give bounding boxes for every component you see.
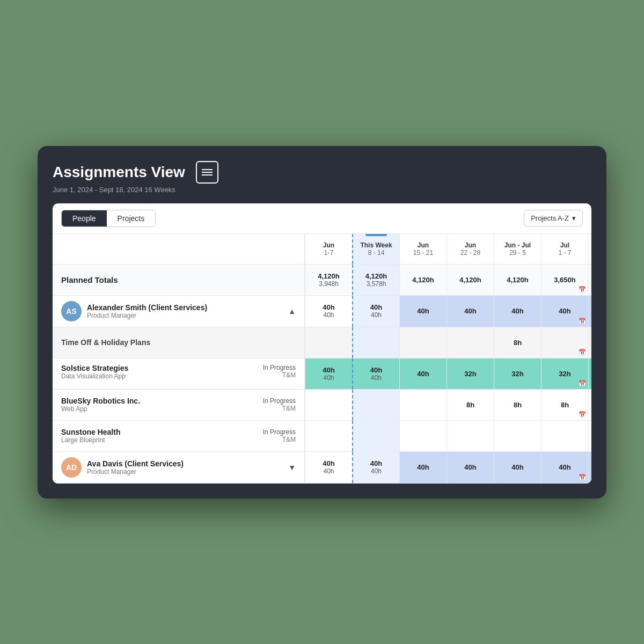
time-off-cell-6: 📅 [541,327,588,358]
ava-text: Ava Davis (Client Services) Product Mana… [87,459,184,475]
bluesky-status: In Progress T&M [263,397,296,412]
bluesky-row: BlueSky Robotics Inc. Web App In Progres… [53,390,591,421]
calendar-icon-sol-6: 📅 [579,380,586,387]
sunstone-info: Sunstone Health Large Blueprint [61,428,120,444]
ava-cell-6: 40h 📅 [541,452,588,483]
planned-totals-label: Planned Totals [61,275,118,284]
ava-cell-1: 40h 40h [305,452,352,483]
avatar-alexander: AS [61,301,82,321]
planned-totals-cell-4: 4,120h [447,265,494,295]
sunstone-status: In Progress T&M [263,428,296,443]
sunstone-name: Sunstone Health [61,428,120,436]
ava-cell-2: 40h 40h [352,452,399,483]
bluesky-sub: Web App [61,405,140,413]
ava-role: Product Manager [87,468,184,475]
planned-totals-left: Planned Totals [53,265,305,295]
bluesky-cell-2 [352,390,399,420]
planned-totals-cell-2: 4,120h 3,578h [352,265,399,295]
sort-button[interactable]: Projects A-Z ▾ [524,210,583,226]
bluesky-cell-5: 8h [494,390,541,420]
alexander-cell-7: 40h [588,296,591,327]
time-off-cell-5: 8h [494,327,541,358]
page-title: Assignments View [53,164,185,181]
solstice-cell-1: 40h 40h [305,358,352,389]
alexander-cell-6: 40h 📅 [541,296,588,327]
bluesky-cell-3 [399,390,447,420]
sunstone-cell-2 [352,421,399,451]
ava-cell-3: 40h [399,452,447,483]
bluesky-cell-7: 8h [588,390,591,420]
planned-totals-row: Planned Totals 4,120h 3,948h 4,120h 3,57… [53,265,591,296]
solstice-name: Solstice Strategies [61,364,128,372]
alexander-left: AS Alexander Smith (Client Services) Pro… [53,296,305,327]
avatar-ava: AD [61,457,82,478]
time-off-cell-2 [352,327,399,358]
grid: Jun 1-7 This Week 8 - 14 Jun 15 - 21 Jun [53,234,591,484]
time-off-cell-7 [588,327,591,358]
collapse-button-ava[interactable]: ▼ [288,463,296,472]
app-container: Assignments View June 1, 2024 - Sept 18,… [38,146,606,499]
alexander-info: AS Alexander Smith (Client Services) Pro… [61,301,296,321]
solstice-cell-7: 32h [588,358,591,389]
week-header-jul8: Jul 8 - 14 [588,234,591,264]
left-header-spacer [53,234,305,264]
time-off-cell-4 [447,327,494,358]
main-content: People Projects Projects A-Z ▾ Jun 1- [53,203,591,484]
week-header-jun1: Jun 1-7 [305,234,352,264]
week-header-jun15: Jun 15 - 21 [399,234,447,264]
alexander-cell-1: 40h 40h [305,296,352,327]
bluesky-info: BlueSky Robotics Inc. Web App [61,397,140,413]
time-off-cell-1 [305,327,352,358]
planned-totals-cell-6: 3,650h 📅 [541,265,588,295]
sunstone-cell-7 [588,421,591,451]
alexander-cell-3: 40h [399,296,447,327]
alexander-row: AS Alexander Smith (Client Services) Pro… [53,296,591,327]
calendar-icon-alex-6: 📅 [579,318,586,325]
current-week-indicator [365,234,387,236]
ava-cell-7: 40h [588,452,591,483]
week-header-jun29: Jun - Jul 29 - 5 [494,234,541,264]
calendar-icon-to-6: 📅 [579,349,586,356]
calendar-icon-6: 📅 [579,286,586,293]
sunstone-cell-6 [541,421,588,451]
planned-totals-cell-1: 4,120h 3,948h [305,265,352,295]
sunstone-sub: Large Blueprint [61,436,120,444]
calendar-icon-ava-6: 📅 [579,474,586,481]
alexander-cell-2: 40h 40h [352,296,399,327]
header: Assignments View June 1, 2024 - Sept 18,… [53,161,591,194]
chevron-down-icon: ▾ [572,214,576,222]
sunstone-row: Sunstone Health Large Blueprint In Progr… [53,421,591,452]
week-header-thisweek: This Week 8 - 14 [352,234,399,264]
solstice-cell-6: 32h 📅 [541,358,588,389]
solstice-cell-5: 32h [494,358,541,389]
sunstone-cell-4 [447,421,494,451]
time-off-left: Time Off & Holiday Plans [53,327,305,358]
tab-people[interactable]: People [62,210,107,226]
alexander-role: Product Manager [87,312,207,319]
planned-totals-cell-3: 4,120h [399,265,447,295]
solstice-cell-2: 40h 40h [352,358,399,389]
sunstone-cell-5 [494,421,541,451]
solstice-cell-3: 40h [399,358,447,389]
tab-projects[interactable]: Projects [107,210,156,226]
bluesky-cell-1 [305,390,352,420]
alexander-name: Alexander Smith (Client Services) [87,303,207,312]
solstice-cell-4: 32h [447,358,494,389]
alexander-cell-4: 40h [447,296,494,327]
bluesky-left: BlueSky Robotics Inc. Web App In Progres… [53,390,305,420]
filter-button[interactable] [196,161,218,184]
calendar-icon-blue-6: 📅 [579,411,586,418]
week-header-jun22: Jun 22 - 28 [447,234,494,264]
ava-row: AD Ava Davis (Client Services) Product M… [53,452,591,484]
alexander-cell-5: 40h [494,296,541,327]
sort-label: Projects A-Z [531,214,569,222]
ava-info: AD Ava Davis (Client Services) Product M… [61,457,296,478]
week-header-jul1: Jul 1 - 7 [541,234,588,264]
solstice-row: Solstice Strategies Data Visualization A… [53,358,591,390]
solstice-left: Solstice Strategies Data Visualization A… [53,358,305,389]
planned-totals-cell-7: 4,120h [588,265,591,295]
ava-left: AD Ava Davis (Client Services) Product M… [53,452,305,483]
planned-totals-cell-5: 4,120h [494,265,541,295]
time-off-label: Time Off & Holiday Plans [61,338,150,347]
collapse-button-alexander[interactable]: ▲ [288,307,296,316]
